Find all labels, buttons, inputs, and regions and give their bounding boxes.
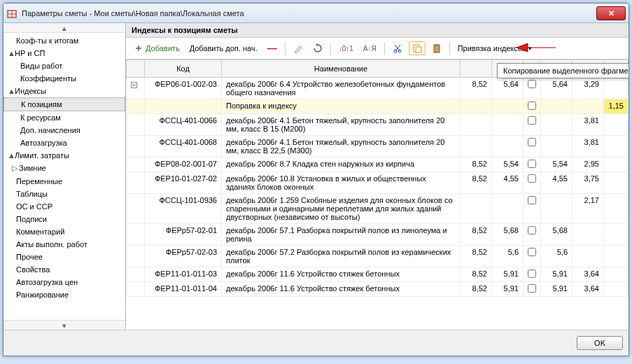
cell-num: 5,68: [492, 224, 524, 246]
cell-num: 8,52: [461, 246, 492, 267]
row-checkbox[interactable]: [528, 102, 536, 110]
cell-num: [604, 78, 629, 99]
cell-name: декабрь 2006г 4.1 Бетон тяжелый, крупнос…: [222, 114, 461, 136]
expand-icon[interactable]: ▷: [12, 164, 19, 173]
cell-num: 4,55: [492, 172, 524, 194]
cell-num: 8,52: [461, 282, 492, 297]
tree-item[interactable]: Виды работ: [3, 59, 125, 72]
tree-label: НР и СП: [15, 49, 45, 57]
cell-num: 8,52: [461, 224, 492, 246]
row-checkbox[interactable]: [528, 80, 536, 88]
close-button[interactable]: ✕: [596, 6, 626, 20]
cell-num: [604, 224, 629, 246]
cell-num: 3,81: [573, 136, 604, 158]
cell-num: 5,6: [541, 246, 573, 267]
row-checkbox[interactable]: [528, 174, 536, 183]
row-checkbox[interactable]: [528, 116, 536, 125]
col-code[interactable]: Код: [145, 60, 222, 78]
table-row[interactable]: Поправка к индексу1,15: [127, 99, 629, 114]
delete-button[interactable]: —: [264, 41, 281, 56]
ok-button[interactable]: OK: [577, 336, 623, 350]
expand-icon[interactable]: ▲: [8, 49, 15, 57]
tree-item[interactable]: Комментарий: [3, 225, 125, 238]
cell-num: [604, 136, 629, 158]
cell-name: декабрь 2006г 1.259 Скобяные изделия для…: [222, 194, 461, 224]
tree-item[interactable]: К позициям: [3, 97, 125, 111]
expand-icon[interactable]: ▲: [8, 87, 15, 95]
tree-item[interactable]: Акты выполн. работ: [3, 238, 125, 251]
table-row[interactable]: ФЕР11-01-011-04декабрь 2006г 11.6 Устрой…: [127, 282, 629, 297]
tree-item[interactable]: Прочее: [3, 251, 125, 263]
row-checkbox[interactable]: [528, 138, 536, 146]
tree-item[interactable]: Свойства: [3, 263, 125, 276]
cut-button[interactable]: [389, 41, 406, 55]
add-dop-button[interactable]: Добавить доп. нач.: [186, 42, 261, 55]
tree-label: Акты выполн. работ: [16, 240, 87, 248]
table-row[interactable]: ФЕР10-01-027-02декабрь 2006г 10.8 Устано…: [127, 172, 629, 194]
cell-num: 3,64: [573, 282, 604, 297]
tree-item[interactable]: Ранжирование: [3, 288, 125, 301]
tree-item[interactable]: Коэффициенты: [3, 72, 125, 85]
tree-item[interactable]: Коэф-ты к итогам: [3, 34, 125, 47]
grid[interactable]: Код Наименование И −ФЕР06-01-002-03декаб…: [126, 59, 629, 330]
cell-num: [604, 158, 629, 172]
sort-asc-button[interactable]: ↓0↑1: [335, 43, 357, 55]
cell-num: 8,52: [461, 158, 492, 172]
tree-label: Переменные: [16, 177, 62, 186]
tree-label: Зимние: [19, 164, 46, 172]
row-checkbox[interactable]: [528, 160, 536, 168]
table-row[interactable]: ФЕР08-02-001-07декабрь 2006г 8.7 Кладка …: [127, 158, 629, 172]
tree-item[interactable]: ▷Зимние: [3, 162, 125, 175]
tree-item[interactable]: ▲НР и СП: [3, 47, 125, 59]
cell-num: 8,52: [461, 267, 492, 282]
cell-num: [541, 194, 573, 224]
tree-item[interactable]: Таблицы: [3, 188, 125, 200]
paste-button[interactable]: [428, 41, 445, 55]
add-button[interactable]: ＋ Добавить: [130, 40, 183, 57]
cell-code: ФЕР11-01-011-03: [145, 267, 222, 282]
tree-item[interactable]: Переменные: [3, 175, 125, 188]
collapse-icon[interactable]: −: [131, 82, 137, 88]
sort-az-button[interactable]: A↓Я: [360, 43, 380, 55]
tree-item[interactable]: ▲Лимит. затраты: [3, 149, 125, 162]
plus-icon: ＋: [134, 42, 143, 55]
tree-item[interactable]: ▲Индексы: [3, 85, 125, 97]
cell-num: 2,17: [573, 194, 604, 224]
tree-label: Лимит. затраты: [15, 151, 69, 160]
cell-code: ФЕР08-02-001-07: [145, 158, 222, 172]
row-checkbox[interactable]: [528, 270, 536, 278]
table-row[interactable]: −ФЕР06-01-002-03декабрь 2006г 6.4 Устрой…: [127, 78, 629, 99]
row-checkbox[interactable]: [528, 284, 536, 293]
row-checkbox[interactable]: [528, 196, 536, 204]
scroll-up-button[interactable]: ▴: [3, 23, 125, 33]
table-row[interactable]: ФССЦ-401-0066декабрь 2006г 4.1 Бетон тяж…: [127, 114, 629, 136]
tree-item[interactable]: Доп. начисления: [3, 124, 125, 136]
tree-label: Подписи: [16, 215, 47, 223]
col-v1[interactable]: [461, 60, 492, 78]
cell-num: 2,95: [573, 158, 604, 172]
col-name[interactable]: Наименование: [222, 60, 461, 78]
tree-label: Индексы: [15, 87, 46, 95]
table-row[interactable]: ФССЦ-401-0068декабрь 2006г 4.1 Бетон тяж…: [127, 136, 629, 158]
tree-label: К позициям: [21, 100, 62, 108]
edit-button[interactable]: [290, 41, 307, 55]
row-checkbox[interactable]: [528, 248, 536, 256]
tree-label: Коэффициенты: [20, 74, 76, 83]
table-row[interactable]: ФЕР11-01-011-03декабрь 2006г 11.6 Устрой…: [127, 267, 629, 282]
cell-num: [604, 194, 629, 224]
tree-item[interactable]: Подписи: [3, 213, 125, 225]
refresh-button[interactable]: [309, 41, 326, 55]
table-row[interactable]: ФЕРр57-02-03декабрь 2006г 57.2 Разборка …: [127, 246, 629, 267]
table-row[interactable]: ФССЦ-101-0936декабрь 2006г 1.259 Скобяны…: [127, 194, 629, 224]
cell-num: [541, 114, 573, 136]
row-checkbox[interactable]: [528, 226, 536, 234]
tree-item[interactable]: Автозагрузка цен: [3, 276, 125, 288]
table-row[interactable]: ФЕРр57-02-01декабрь 2006г 57.1 Разборка …: [127, 224, 629, 246]
tree-item[interactable]: ОС и ССР: [3, 200, 125, 213]
scroll-down-button[interactable]: ▾: [3, 320, 125, 330]
expand-icon[interactable]: ▲: [8, 151, 15, 160]
tree-item[interactable]: Автозагрузка: [3, 136, 125, 149]
cell-num: 5,54: [541, 158, 573, 172]
tree-item[interactable]: К ресурсам: [3, 111, 125, 124]
copy-button[interactable]: [409, 41, 426, 55]
